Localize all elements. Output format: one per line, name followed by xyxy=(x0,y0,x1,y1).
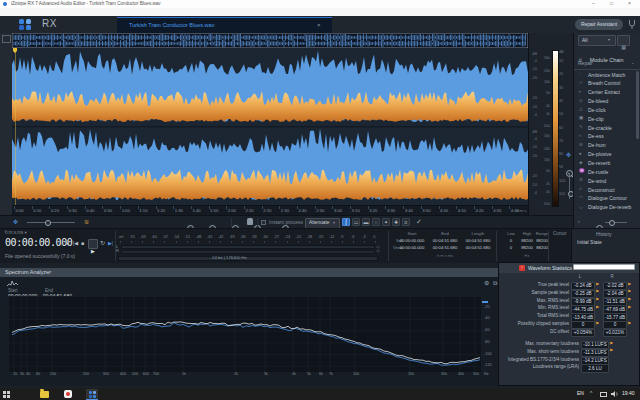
dock-icon[interactable] xyxy=(2,35,11,43)
module-item-de-clip[interactable]: ▣De-clip xyxy=(574,115,636,124)
stats-value-l: -0.25 dB xyxy=(571,290,595,298)
freq-selection-tool[interactable]: ▬ xyxy=(362,218,370,226)
ruler-label: 2:30 xyxy=(281,209,289,213)
module-item-dialogue-contour[interactable]: ◠Dialogue Contour xyxy=(574,195,636,204)
copy-icon[interactable]: ⧉ xyxy=(493,280,497,286)
rx-taskbar-icon[interactable] xyxy=(86,389,98,400)
module-item-de-crackle[interactable]: ∿De-crackle xyxy=(574,124,636,133)
loop-icon[interactable]: ↻ xyxy=(100,240,105,246)
module-item-ambience-match[interactable]: ◌Ambience Match xyxy=(574,71,636,80)
meter-tick xyxy=(342,241,343,243)
time-freq-selection-tool[interactable]: ▭ xyxy=(352,218,360,226)
module-item-de-reverb[interactable]: ◈De-reverb xyxy=(574,160,636,169)
meter-tick-label: -21 xyxy=(296,236,302,240)
waveform-statistics-header[interactable]: ! Waveform Statistics xyxy=(499,263,639,273)
amp-scale-label: dB xyxy=(529,53,537,57)
wave-spect-balance-knob[interactable] xyxy=(45,220,51,226)
module-item-center-extract[interactable]: ◐Center Extract xyxy=(574,89,636,98)
monitor-icon[interactable]: ∩ xyxy=(58,241,62,247)
meter-tick-label: -9 xyxy=(340,236,343,240)
time-scrollbar[interactable] xyxy=(118,256,378,261)
confirm-check-icon[interactable]: ✓ xyxy=(416,218,422,225)
meter-tick-label: -15 xyxy=(318,236,324,240)
module-item-de-plosive[interactable]: ●De-plosive xyxy=(574,151,636,160)
lasso-selection-tool[interactable]: ○ xyxy=(372,218,380,226)
flag-icon: ⚑ xyxy=(627,283,631,288)
time-format-label[interactable]: h:m:s.ms ▾ xyxy=(5,231,27,236)
move-tool-icon[interactable]: ✥ xyxy=(566,152,571,158)
meter-tick xyxy=(275,241,276,243)
tuning-fork-icon[interactable] xyxy=(628,19,636,30)
go-to-start-icon[interactable]: |◀ xyxy=(73,241,78,246)
selection-value: 00:04:51.680 xyxy=(463,246,493,250)
ruler-label: 0:50 xyxy=(104,209,112,213)
module-item-de-hum[interactable]: ⊘De-hum xyxy=(574,142,636,151)
stats-preset-input[interactable] xyxy=(573,264,635,270)
spectrogram-settings-icon[interactable]: ≋ xyxy=(84,219,89,225)
record-icon[interactable]: ● xyxy=(66,241,69,246)
explorer-icon[interactable] xyxy=(40,391,49,398)
stats-row-label: Possibly clipped samples xyxy=(499,322,569,327)
module-item-breath-control[interactable]: ∩Breath Control xyxy=(574,80,636,89)
stats-value-r: -2.04 dB xyxy=(603,290,627,298)
play-button[interactable]: ▶ xyxy=(88,239,98,249)
selection-value: 00:04:51.680 xyxy=(430,239,460,243)
meter-mute-icon[interactable]: ◁ xyxy=(376,249,379,253)
display-icon[interactable] xyxy=(600,392,607,397)
module-item-de-rustle[interactable]: ♒De-rustle xyxy=(574,168,636,177)
stop-icon[interactable]: ■ xyxy=(81,241,84,246)
spectrum-x-tick: 40k xyxy=(455,373,467,377)
freq-value: 88200 xyxy=(532,246,552,250)
module-item-de-ess[interactable]: ≈De-ess xyxy=(574,133,636,142)
flag-icon: ⚑ xyxy=(609,349,613,354)
module-item-de-click[interactable]: △De-click xyxy=(574,106,636,115)
instant-process-checkbox[interactable] xyxy=(261,220,266,225)
start-button[interactable] xyxy=(3,391,10,398)
brush-selection-tool[interactable]: ✚ xyxy=(392,218,400,226)
ruler-unit: h:m:s xyxy=(516,209,526,213)
meter-bar xyxy=(121,250,375,254)
dialogue-de-reverb-icon: ◡ xyxy=(579,205,583,210)
module-item-de-wind[interactable]: ≋De-wind xyxy=(574,177,636,186)
taskbar-language[interactable]: EN xyxy=(577,391,584,396)
toolbar: ✥ ≋ + − Instant process Attenuate ▾ ⎮ ▭ … xyxy=(0,215,573,229)
time-display[interactable]: 00:00:00.000 xyxy=(5,238,72,248)
close-button[interactable]: × xyxy=(628,1,631,6)
minimize-button[interactable]: – xyxy=(592,1,595,6)
wave-spect-balance-slider[interactable] xyxy=(27,222,75,223)
maximize-button[interactable]: □ xyxy=(610,1,613,6)
waveform-overview[interactable] xyxy=(12,33,528,48)
app-red-icon[interactable] xyxy=(64,390,72,398)
waveform-display[interactable] xyxy=(12,48,528,205)
spectrum-plot[interactable] xyxy=(8,296,482,373)
module-scrollbar[interactable] xyxy=(636,71,639,139)
expand-arrow-icon[interactable]: › xyxy=(578,219,580,224)
pan-tool-icon[interactable]: ✥ xyxy=(13,219,18,225)
document-tab[interactable]: Turkish Tram Conductor Blues.wav × xyxy=(117,17,332,33)
module-item-dialogue-de-reverb[interactable]: ◡Dialogue De-reverb xyxy=(574,204,636,213)
spectrum-mode-icon[interactable] xyxy=(7,280,19,287)
time-selection-tool[interactable]: ⎮ xyxy=(342,218,350,226)
gear-icon[interactable]: ⚙ xyxy=(484,280,489,286)
tab-close-icon[interactable]: × xyxy=(317,22,321,28)
grab-hand-icon[interactable] xyxy=(247,218,253,225)
speaker-icon[interactable] xyxy=(611,391,619,397)
module-item-deconstruct[interactable]: ⌂Deconstruct xyxy=(574,186,636,195)
flag-icon: ⚑ xyxy=(595,306,599,311)
module-item-de-bleed[interactable]: ◇De-bleed xyxy=(574,98,636,107)
module-section-header[interactable]: Repair ⌄ xyxy=(574,60,640,70)
selection-feather-tool[interactable]: ≡ xyxy=(402,218,410,226)
spectrum-x-tick: 400 xyxy=(117,373,129,377)
spectrum-x-tick: 20k xyxy=(405,373,417,377)
taskbar-clock[interactable]: 19:40 xyxy=(622,391,635,396)
module-filter-dropdown[interactable]: All ▾ xyxy=(578,35,616,46)
history-item[interactable]: Initial State xyxy=(577,240,602,245)
module-zoom-knob[interactable] xyxy=(609,220,615,226)
repair-assistant-button[interactable]: Repair Assistant xyxy=(575,19,623,30)
meter-tick-label: -45 xyxy=(207,236,213,240)
flag-icon: ⚑ xyxy=(595,322,599,327)
magic-wand-tool[interactable]: ✦ xyxy=(382,218,390,226)
tray-expand-icon[interactable]: ^ xyxy=(590,391,592,396)
module-view-button[interactable]: ▦ xyxy=(617,35,630,46)
play-selection-icon[interactable]: ▶| xyxy=(108,241,113,246)
